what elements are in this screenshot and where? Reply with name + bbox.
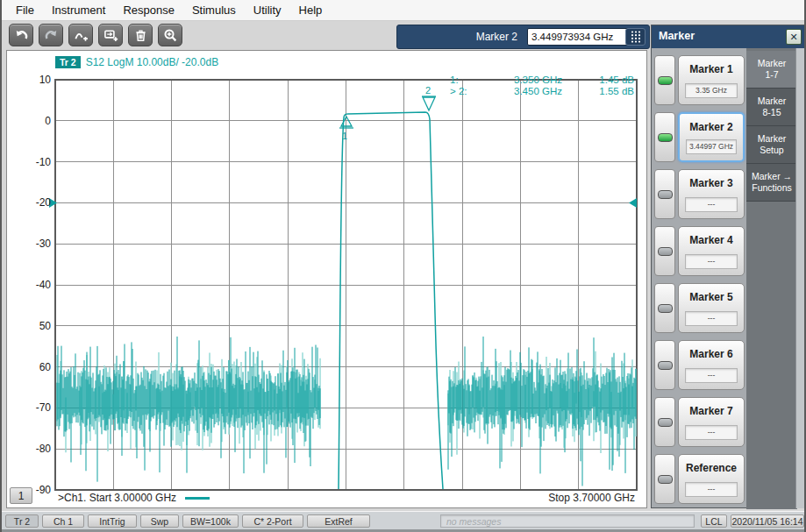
y-axis-tick: -20	[14, 196, 51, 209]
status-message: no messages	[440, 514, 695, 528]
status-segment-tr-2[interactable]: Tr 2	[5, 514, 39, 528]
led-indicator-off	[658, 304, 673, 313]
trace-label: Tr 2 S12 LogM 10.00dB/ -20.0dB	[55, 55, 218, 69]
y-axis-tick: 50	[14, 320, 51, 332]
y-axis-tick: -80	[14, 443, 51, 455]
marker-button-marker-3[interactable]: Marker 3---	[678, 169, 745, 219]
redo-icon	[44, 28, 59, 43]
keypad-button[interactable]	[625, 28, 646, 46]
menu-stimulus[interactable]: Stimulus	[183, 2, 245, 18]
status-segment-inttrig[interactable]: IntTrig	[88, 514, 137, 528]
marker-toggle-marker-6[interactable]	[654, 340, 675, 390]
marker-button-value: ---	[685, 482, 738, 497]
start-frequency-label: >Ch1. Start 3.00000 GHz	[58, 492, 176, 504]
close-button[interactable]: ✕	[786, 29, 802, 45]
marker-button-label: Marker 4	[679, 234, 744, 246]
marker-toggle-marker-1[interactable]	[654, 55, 675, 105]
marker-button-label: Marker 1	[679, 63, 744, 75]
undo-button[interactable]	[9, 24, 33, 46]
sidebar-title: Marker	[659, 30, 695, 42]
led-indicator-on	[658, 133, 673, 142]
keypad-icon	[630, 30, 642, 44]
marker-row-1: Marker 13.35 GHz	[652, 55, 746, 105]
marker-button-value: ---	[685, 368, 738, 383]
new-window-icon	[103, 28, 118, 43]
status-segment-c-2-port[interactable]: C* 2-Port	[242, 514, 303, 528]
trace-settings-text: S12 LogM 10.00dB/ -20.0dB	[86, 56, 218, 68]
trace-legend-dash	[185, 497, 210, 500]
marker-toggle-reference[interactable]	[654, 454, 675, 504]
redo-button[interactable]	[39, 24, 63, 46]
tab-marker-1-7[interactable]: Marker 1-7	[746, 51, 797, 89]
marker-toggle-marker-4[interactable]	[654, 226, 675, 276]
menu-file[interactable]: File	[7, 2, 43, 18]
menu-help[interactable]: Help	[290, 2, 332, 18]
marker-toggle-marker-2[interactable]	[654, 112, 675, 162]
marker-button-marker-7[interactable]: Marker 7---	[678, 397, 745, 447]
marker-row-8: Reference---	[652, 454, 746, 504]
close-icon: ✕	[789, 32, 797, 42]
marker1-frequency: 3.350 GHz	[478, 74, 562, 86]
tab-marker-8-15[interactable]: Marker 8-15	[746, 89, 797, 126]
marker-button-label: Marker 7	[679, 405, 744, 417]
status-segment-bw-100k[interactable]: BW=100k	[182, 514, 239, 528]
marker-button-marker-6[interactable]: Marker 6---	[678, 340, 745, 390]
toolbar-icons	[9, 24, 182, 46]
sidebar-scrollbar[interactable]	[795, 48, 806, 508]
marker-row-6: Marker 6---	[652, 340, 746, 390]
delete-button[interactable]	[128, 24, 153, 46]
add-marker-button[interactable]	[68, 24, 93, 46]
led-indicator-off	[658, 418, 673, 427]
marker2-frequency: 3.450 GHz	[478, 86, 562, 97]
menu-utility[interactable]: Utility	[245, 2, 290, 18]
marker-button-marker-2[interactable]: Marker 23.44997 GHz	[678, 112, 745, 162]
status-segment-swp[interactable]: Swp	[140, 514, 179, 528]
led-indicator-off	[658, 361, 673, 370]
y-axis-tick: 10	[14, 74, 51, 86]
channel-button[interactable]: 1	[10, 487, 32, 504]
menu-instrument[interactable]: Instrument	[43, 2, 114, 18]
led-indicator-off	[658, 247, 673, 256]
marker2-index: > 2:	[450, 86, 478, 97]
tab-marker-functions[interactable]: Marker → Functions	[746, 164, 797, 202]
status-segment-extref[interactable]: ExtRef	[307, 514, 370, 528]
status-segment-ch-1[interactable]: Ch 1	[42, 514, 84, 528]
undo-icon	[14, 28, 29, 43]
marker-frequency-input[interactable]	[527, 28, 631, 46]
svg-text:2: 2	[425, 85, 431, 96]
y-axis-tick: -70	[14, 401, 51, 414]
add-marker-icon	[74, 28, 89, 43]
menu-response[interactable]: Response	[114, 2, 183, 18]
marker-button-value: ---	[685, 311, 738, 326]
new-window-button[interactable]	[98, 24, 123, 46]
marker-button-marker-4[interactable]: Marker 4---	[678, 226, 745, 276]
marker-button-label: Reference	[679, 462, 744, 474]
marker-toggle-marker-3[interactable]	[654, 169, 675, 219]
y-axis-tick: -10	[14, 156, 51, 168]
marker-readout-row-1: 1: 3.350 GHz 1.45 dB	[450, 74, 634, 86]
marker-row-2: Marker 23.44997 GHz	[652, 112, 746, 162]
application-window: FileInstrumentResponseStimulusUtilityHel…	[0, 0, 806, 532]
marker-button-label: Marker 5	[679, 291, 744, 303]
status-mode: LCL	[701, 514, 727, 528]
marker-button-value: 3.35 GHz	[685, 83, 738, 98]
trace-badge: Tr 2	[55, 56, 81, 68]
led-indicator-on	[658, 76, 673, 85]
sidebar-header: Marker ✕	[652, 25, 806, 48]
y-axis-tick: -40	[14, 279, 51, 291]
marker-row-7: Marker 7---	[652, 397, 746, 447]
led-indicator-off	[658, 475, 673, 484]
marker1-value: 1.45 dB	[562, 74, 634, 86]
marker-button-marker-1[interactable]: Marker 13.35 GHz	[678, 55, 745, 105]
marker-button-reference[interactable]: Reference---	[678, 454, 745, 504]
marker-button-label: Marker 2	[680, 121, 743, 133]
y-axis-tick: 0	[14, 115, 51, 127]
marker-button-value: ---	[685, 425, 738, 440]
zoom-button[interactable]	[158, 24, 182, 46]
marker-button-marker-5[interactable]: Marker 5---	[678, 283, 745, 333]
marker-row-3: Marker 3---	[652, 169, 746, 219]
tab-marker-setup[interactable]: Marker Setup	[746, 126, 797, 164]
trace-plot: 12	[7, 51, 648, 509]
marker-toggle-marker-5[interactable]	[654, 283, 675, 333]
marker-toggle-marker-7[interactable]	[654, 397, 675, 447]
